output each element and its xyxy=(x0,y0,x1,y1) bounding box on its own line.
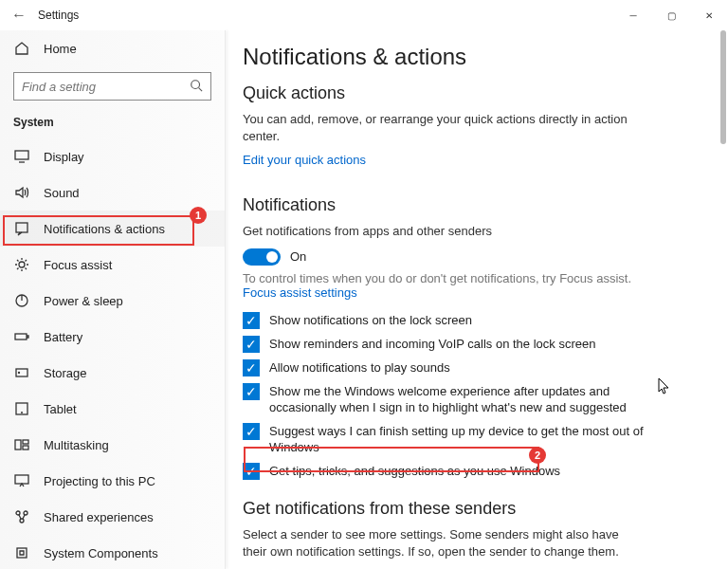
power-icon xyxy=(13,293,30,308)
checkbox-box[interactable]: ✓ xyxy=(243,423,260,440)
nav-projecting[interactable]: Projecting to this PC xyxy=(0,463,225,499)
svg-point-3 xyxy=(19,262,25,267)
title-bar: ← Settings ─ ▢ ✕ xyxy=(0,0,728,30)
svg-rect-6 xyxy=(16,369,27,376)
svg-rect-9 xyxy=(15,440,21,450)
nav-system-components[interactable]: System Components xyxy=(0,535,225,569)
checkbox-label: Suggest ways I can finish setting up my … xyxy=(269,423,650,456)
display-icon xyxy=(13,149,30,164)
home-label: Home xyxy=(44,42,77,56)
nav-multitasking[interactable]: Multitasking xyxy=(0,427,225,463)
svg-rect-2 xyxy=(16,223,27,232)
minimize-button[interactable]: ─ xyxy=(614,0,652,30)
checkbox-box[interactable]: ✓ xyxy=(243,336,260,353)
checkbox-5[interactable]: ✓Get tips, tricks, and suggestions as yo… xyxy=(243,463,650,480)
search-icon xyxy=(190,79,203,95)
content-scroll[interactable]: Notifications & actions Quick actions Yo… xyxy=(226,30,728,569)
edit-quick-actions-link[interactable]: Edit your quick actions xyxy=(243,153,366,167)
checkbox-box[interactable]: ✓ xyxy=(243,463,260,480)
checkbox-label: Show me the Windows welcome experience a… xyxy=(269,383,650,416)
checkbox-box[interactable]: ✓ xyxy=(243,359,260,376)
close-button[interactable]: ✕ xyxy=(690,0,728,30)
checkbox-3[interactable]: ✓Show me the Windows welcome experience … xyxy=(243,383,650,416)
quick-actions-desc: You can add, remove, or rearrange your q… xyxy=(243,111,641,145)
sound-icon xyxy=(13,185,30,200)
checkbox-2[interactable]: ✓Allow notifications to play sounds xyxy=(243,359,650,376)
nav-notifications-actions[interactable]: Notifications & actions xyxy=(0,211,225,247)
svg-point-0 xyxy=(191,80,200,88)
checkbox-label: Get tips, tricks, and suggestions as you… xyxy=(269,463,560,480)
notification-checkboxes: ✓Show notifications on the lock screen✓S… xyxy=(243,312,698,480)
senders-heading: Get notifications from these senders xyxy=(243,499,698,519)
nav-storage[interactable]: Storage xyxy=(0,355,225,391)
battery-icon xyxy=(13,329,30,344)
toggle-label: On xyxy=(290,249,306,264)
notifications-heading: Notifications xyxy=(243,195,698,215)
projecting-icon xyxy=(13,473,30,488)
maximize-button[interactable]: ▢ xyxy=(652,0,690,30)
focus-assist-hint: To control times when you do or don't ge… xyxy=(243,271,698,285)
svg-rect-5 xyxy=(15,334,27,340)
multitasking-icon xyxy=(13,437,30,452)
svg-rect-10 xyxy=(23,440,28,444)
home-icon xyxy=(13,41,30,56)
section-label: System xyxy=(0,110,225,138)
checkbox-label: Show notifications on the lock screen xyxy=(269,312,472,329)
search-input[interactable] xyxy=(22,80,190,94)
svg-point-14 xyxy=(24,511,27,515)
nav-tablet[interactable]: Tablet xyxy=(0,391,225,427)
sidebar: Home System Display Sound Notifications … xyxy=(0,30,226,569)
notifications-desc: Get notifications from apps and other se… xyxy=(243,223,641,240)
page-title: Notifications & actions xyxy=(243,44,698,70)
shared-icon xyxy=(13,509,30,524)
nav-display[interactable]: Display xyxy=(0,138,225,174)
window-title: Settings xyxy=(38,9,79,22)
notifications-icon xyxy=(13,221,30,236)
svg-point-15 xyxy=(20,519,24,523)
checkbox-label: Show reminders and incoming VoIP calls o… xyxy=(269,336,595,353)
checkbox-label: Allow notifications to play sounds xyxy=(269,359,450,376)
svg-rect-16 xyxy=(17,548,27,558)
svg-rect-12 xyxy=(15,475,28,484)
notifications-toggle[interactable] xyxy=(243,248,281,266)
checkbox-box[interactable]: ✓ xyxy=(243,312,260,329)
focus-assist-settings-link[interactable]: Focus assist settings xyxy=(243,285,357,300)
back-button[interactable]: ← xyxy=(0,7,38,24)
nav-shared-experiences[interactable]: Shared experiences xyxy=(0,499,225,535)
nav-power-sleep[interactable]: Power & sleep xyxy=(0,283,225,319)
scrollbar-thumb[interactable] xyxy=(720,30,726,144)
focus-assist-icon xyxy=(13,257,30,272)
nav-sound[interactable]: Sound xyxy=(0,174,225,211)
svg-point-13 xyxy=(16,511,20,515)
nav-focus-assist[interactable]: Focus assist xyxy=(0,247,225,283)
nav-battery[interactable]: Battery xyxy=(0,319,225,355)
checkbox-box[interactable]: ✓ xyxy=(243,383,260,400)
home-button[interactable]: Home xyxy=(0,30,225,66)
storage-icon xyxy=(13,365,30,380)
senders-desc: Select a sender to see more settings. So… xyxy=(243,526,641,560)
nav-list: Display Sound Notifications & actions Fo… xyxy=(0,138,225,569)
quick-actions-heading: Quick actions xyxy=(243,83,698,103)
checkbox-0[interactable]: ✓Show notifications on the lock screen xyxy=(243,312,650,329)
tablet-icon xyxy=(13,401,30,416)
checkbox-4[interactable]: ✓Suggest ways I can finish setting up my… xyxy=(243,423,650,456)
components-icon xyxy=(13,545,30,560)
svg-point-7 xyxy=(19,373,20,374)
svg-rect-1 xyxy=(15,151,28,159)
checkbox-1[interactable]: ✓Show reminders and incoming VoIP calls … xyxy=(243,336,650,353)
svg-rect-11 xyxy=(23,446,28,450)
main-panel: Notifications & actions Quick actions Yo… xyxy=(226,30,728,569)
search-box[interactable] xyxy=(13,72,211,101)
